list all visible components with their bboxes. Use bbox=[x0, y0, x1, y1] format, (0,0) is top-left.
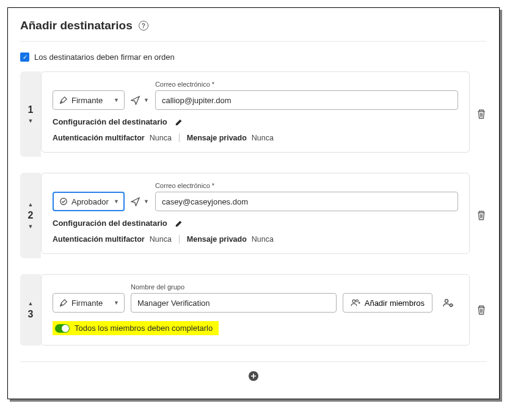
chevron-down-icon: ▼ bbox=[114, 97, 119, 103]
svg-point-2 bbox=[356, 300, 359, 302]
chevron-up-icon[interactable]: ▲ bbox=[28, 300, 34, 306]
mfa-label: Autenticación multifactor bbox=[53, 134, 145, 142]
chevron-up-icon[interactable]: ▲ bbox=[28, 201, 34, 208]
chevron-down-icon: ▼ bbox=[114, 198, 119, 205]
email-field[interactable] bbox=[155, 90, 458, 110]
delete-recipient-button[interactable] bbox=[476, 109, 487, 120]
paper-plane-icon[interactable] bbox=[131, 96, 140, 105]
separator bbox=[179, 235, 180, 244]
delete-recipient-button[interactable] bbox=[476, 305, 487, 316]
paper-plane-icon[interactable] bbox=[131, 197, 140, 206]
order-handle[interactable]: ▲ 3 bbox=[20, 274, 41, 346]
checkbox-checked-icon: ✓ bbox=[20, 52, 29, 62]
chevron-down-icon[interactable]: ▼ bbox=[144, 198, 149, 205]
edit-icon[interactable] bbox=[175, 118, 183, 126]
order-number: 3 bbox=[28, 309, 34, 320]
recipient-row: ▲ 3 Firmante ▼ Nombre del grupo bbox=[20, 274, 487, 346]
chevron-down-icon: ▼ bbox=[114, 300, 119, 306]
role-label: Aprobador bbox=[71, 197, 110, 206]
sign-in-order-label: Los destinatarios deben firmar en orden bbox=[34, 52, 175, 62]
email-field-label: Correo electrónico * bbox=[155, 182, 458, 189]
role-label: Firmante bbox=[71, 299, 110, 308]
email-field[interactable] bbox=[155, 192, 458, 211]
role-label: Firmante bbox=[71, 96, 110, 105]
add-members-label: Añadir miembros bbox=[365, 299, 425, 308]
group-settings-button[interactable] bbox=[439, 293, 458, 313]
group-name-label: Nombre del grupo bbox=[131, 283, 337, 291]
group-name-field[interactable] bbox=[131, 293, 337, 313]
separator bbox=[179, 134, 180, 142]
email-field-label: Correo electrónico * bbox=[155, 81, 458, 88]
mfa-value: Nunca bbox=[150, 235, 172, 244]
help-icon[interactable]: ? bbox=[139, 21, 148, 31]
people-plus-icon bbox=[351, 299, 360, 307]
recipient-config-label: Configuración del destinatario bbox=[53, 117, 167, 126]
toggle-on-icon bbox=[55, 324, 70, 333]
all-must-complete-toggle[interactable]: Todos los miembros deben completarlo bbox=[53, 321, 219, 335]
private-msg-label: Mensaje privado bbox=[187, 134, 247, 142]
page-title: Añadir destinatarios bbox=[20, 19, 133, 32]
role-select[interactable]: Firmante ▼ bbox=[53, 90, 125, 110]
chevron-down-icon[interactable]: ▼ bbox=[144, 97, 149, 103]
role-select[interactable]: Firmante ▼ bbox=[53, 293, 125, 313]
chevron-down-icon[interactable]: ▼ bbox=[28, 223, 34, 230]
all-must-complete-label: Todos los miembros deben completarlo bbox=[75, 324, 213, 333]
svg-point-3 bbox=[445, 300, 448, 303]
edit-icon[interactable] bbox=[175, 219, 183, 228]
order-handle[interactable]: 1 ▼ bbox=[20, 71, 41, 157]
sign-in-order-option[interactable]: ✓ Los destinatarios deben firmar en orde… bbox=[20, 52, 487, 62]
mfa-value: Nunca bbox=[150, 134, 172, 142]
private-msg-label: Mensaje privado bbox=[187, 235, 247, 244]
chevron-down-icon[interactable]: ▼ bbox=[28, 118, 34, 124]
check-circle-icon bbox=[59, 197, 68, 206]
pen-nib-icon bbox=[59, 299, 68, 307]
recipient-config-label: Configuración del destinatario bbox=[53, 219, 167, 228]
pen-nib-icon bbox=[59, 96, 68, 104]
order-handle[interactable]: ▲ 2 ▼ bbox=[20, 173, 41, 258]
role-select[interactable]: Aprobador ▼ bbox=[53, 192, 125, 211]
recipient-row: 1 ▼ Firmante ▼ ▼ bbox=[20, 71, 487, 157]
delete-recipient-button[interactable] bbox=[476, 210, 487, 221]
order-number: 2 bbox=[28, 210, 34, 221]
recipient-row: ▲ 2 ▼ Aprobador ▼ bbox=[20, 173, 487, 258]
add-recipient-button[interactable] bbox=[248, 371, 259, 382]
add-members-button[interactable]: Añadir miembros bbox=[343, 293, 432, 313]
order-number: 1 bbox=[28, 104, 34, 115]
private-msg-value: Nunca bbox=[252, 134, 274, 142]
svg-point-1 bbox=[352, 300, 355, 302]
mfa-label: Autenticación multifactor bbox=[53, 235, 145, 244]
private-msg-value: Nunca bbox=[252, 235, 274, 244]
